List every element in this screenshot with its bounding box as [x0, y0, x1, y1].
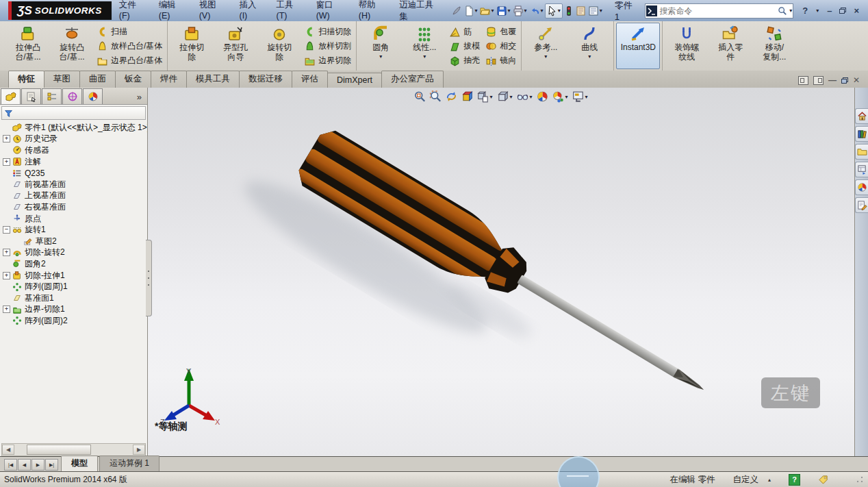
dropdown-caret-icon[interactable]: ▾	[379, 53, 382, 60]
taskpane-appearances-button[interactable]	[855, 179, 868, 195]
panel-tab-displaymanager[interactable]	[83, 88, 103, 104]
command-tab-0[interactable]: 特征	[8, 71, 44, 88]
scrollbar-thumb[interactable]	[27, 445, 91, 455]
taskpane-file-explorer-button[interactable]	[855, 144, 868, 160]
ribbon-button-loft[interactable]: 放样凸台/基体	[94, 39, 165, 53]
close-button[interactable]: ×	[852, 5, 861, 16]
taskpane-view-palette-button[interactable]	[855, 162, 868, 177]
units-selector[interactable]: 自定义▴	[732, 474, 771, 486]
dropdown-caret-icon[interactable]: ▾	[492, 8, 494, 14]
split-view2-icon[interactable]	[813, 76, 824, 85]
doc-restore-button[interactable]	[841, 77, 848, 84]
expand-icon[interactable]: +	[3, 272, 10, 279]
next-tab-icon[interactable]: ▶	[31, 459, 44, 471]
graphics-viewport[interactable]: ▾▾▾▾▾	[148, 88, 854, 458]
collapse-icon[interactable]: −	[3, 226, 10, 234]
tree-item-8[interactable]: 原点	[0, 213, 147, 225]
command-tab-5[interactable]: 模具工具	[186, 71, 240, 88]
panel-horizontal-scrollbar[interactable]: ◀ ▶	[1, 443, 146, 456]
ribbon-button-reference-geometry[interactable]: 参考...▾	[524, 23, 567, 69]
tree-item-2[interactable]: 传感器	[0, 145, 147, 156]
tree-item-12[interactable]: 圆角2	[0, 258, 147, 270]
expand-icon[interactable]: +	[3, 135, 10, 142]
ribbon-button-fillet[interactable]: 圆角▾	[359, 23, 403, 69]
tree-filter[interactable]	[1, 106, 146, 120]
taskpane-home-button[interactable]	[855, 108, 868, 124]
ribbon-button-revolve-boss[interactable]: 旋转凸台/基...	[50, 23, 94, 69]
ribbon-button-cosmetic-thread[interactable]: 装饰螺纹线	[665, 23, 709, 69]
ribbon-button-linear-pattern[interactable]: 线性...▾	[403, 23, 446, 69]
magnifier-icon[interactable]	[778, 6, 787, 16]
tree-item-5[interactable]: 前视基准面	[0, 179, 147, 190]
pointer-button[interactable]: ▾	[545, 3, 563, 18]
search-input[interactable]	[658, 5, 776, 16]
ribbon-button-loft-cut[interactable]: 放样切割	[301, 39, 354, 53]
ribbon-button-curve[interactable]: 曲线▾	[567, 23, 611, 69]
ribbon-button-sweep[interactable]: 扫描	[94, 25, 165, 39]
split-view-icon[interactable]	[798, 76, 808, 85]
ribbon-button-extrude-boss[interactable]: 拉伸凸台/基...	[6, 23, 50, 69]
doc-minimize-button[interactable]: —	[828, 75, 837, 85]
last-tab-icon[interactable]: ▶|	[45, 459, 58, 471]
panel-splitter[interactable]	[146, 240, 152, 316]
tree-item-7[interactable]: 右视基准面	[0, 201, 147, 213]
tree-item-17[interactable]: 阵列(圆周)2	[0, 315, 147, 327]
ribbon-button-boundary-boss[interactable]: 边界凸台/基体	[94, 53, 165, 68]
pen-button[interactable]	[450, 4, 463, 18]
ribbon-button-extrude-cut[interactable]: 拉伸切除	[170, 23, 214, 69]
ribbon-button-move-copy[interactable]: 移动/复制...	[752, 23, 796, 69]
rebuild-button[interactable]	[563, 4, 575, 18]
panel-tab-configurationmanager[interactable]	[42, 88, 62, 104]
command-tab-4[interactable]: 焊件	[151, 71, 187, 88]
command-tab-3[interactable]: 钣金	[115, 71, 151, 88]
undo-button[interactable]: ▾	[528, 4, 545, 18]
ribbon-button-instant3d[interactable]: Instant3D	[616, 23, 660, 69]
tree-item-1[interactable]: +历史记录	[0, 134, 147, 145]
ribbon-button-draft[interactable]: 拔模	[446, 39, 483, 53]
command-tab-1[interactable]: 草图	[44, 71, 80, 88]
command-tab-8[interactable]: DimXpert	[327, 73, 382, 88]
ribbon-button-insert-part[interactable]: 插入零件	[709, 23, 752, 69]
new-doc-button[interactable]: ▾	[463, 4, 479, 18]
dropdown-caret-icon[interactable]: ▾	[588, 53, 591, 60]
dropdown-caret-icon[interactable]: ▾	[508, 8, 511, 14]
panel-tab-propertymanager[interactable]	[21, 88, 41, 104]
tree-item-11[interactable]: +切除-旋转2	[0, 247, 147, 259]
tree-item-13[interactable]: +切除-拉伸1	[0, 270, 147, 282]
panel-tabs-more-icon[interactable]: »	[131, 92, 147, 104]
ribbon-button-rib[interactable]: 筋	[446, 25, 483, 39]
help-caret-icon[interactable]: ▾	[816, 8, 819, 14]
dropdown-caret-icon[interactable]: ▾	[600, 8, 602, 14]
tree-item-3[interactable]: +注解	[0, 156, 147, 168]
expand-icon[interactable]: +	[3, 305, 10, 313]
ribbon-button-intersect[interactable]: 相交	[483, 39, 519, 53]
ribbon-button-sweep-cut[interactable]: 扫描切除	[301, 25, 354, 39]
expand-icon[interactable]: +	[3, 249, 10, 256]
options-button[interactable]: ▾	[587, 4, 604, 18]
panel-tab-featuremanager[interactable]	[1, 88, 21, 104]
dropdown-caret-icon[interactable]: ▾	[541, 8, 544, 14]
ribbon-button-boundary-cut[interactable]: 边界切除	[301, 53, 354, 68]
help-button[interactable]: ?	[800, 5, 810, 16]
dropdown-caret-icon[interactable]: ▾	[475, 8, 478, 14]
search-caret-icon[interactable]: ▾	[789, 8, 792, 14]
tree-item-4[interactable]: Q235	[0, 167, 147, 179]
command-tab-2[interactable]: 曲面	[79, 71, 116, 88]
save-button[interactable]: ▾	[496, 4, 512, 18]
dropdown-caret-icon[interactable]: ▾	[544, 53, 547, 60]
ribbon-button-revolve-cut[interactable]: 旋转切除	[257, 23, 301, 69]
ribbon-button-hole-wizard[interactable]: 异型孔向导	[214, 23, 257, 69]
print-button[interactable]: ▾	[512, 4, 528, 18]
tab-motion-study[interactable]: 运动算例 1	[99, 455, 159, 471]
prev-tab-icon[interactable]: ◀	[18, 459, 31, 471]
minimize-button[interactable]: –	[825, 5, 834, 16]
resize-grip[interactable]	[856, 475, 864, 484]
tree-item-16[interactable]: +边界-切除1	[0, 304, 147, 316]
doc-close-button[interactable]: ✕	[853, 75, 860, 85]
command-tab-9[interactable]: 办公室产品	[381, 71, 444, 88]
dropdown-caret-icon[interactable]: ▾	[558, 8, 561, 14]
quick-tip-help-icon[interactable]: ?	[789, 474, 800, 486]
tree-item-15[interactable]: 基准面1	[0, 292, 147, 304]
first-tab-icon[interactable]: |◀	[4, 459, 17, 471]
tree-item-10[interactable]: 草图2	[0, 236, 147, 247]
